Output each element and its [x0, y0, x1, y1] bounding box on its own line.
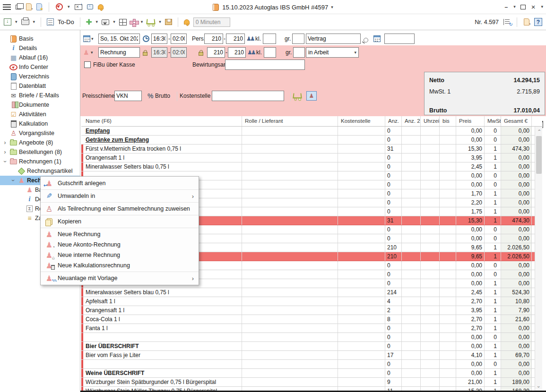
sidebar-item[interactable]: Bestellungen (8) [0, 147, 80, 157]
document-clock-icon[interactable]: ◔ [524, 18, 529, 26]
cart-button[interactable] [146, 19, 155, 24]
people-icon[interactable]: ♟♟ [247, 47, 255, 58]
sidebar-item[interactable]: Briefe / E-Mails [0, 91, 80, 100]
sidebar-item[interactable]: Rechnungsartikel [0, 166, 80, 176]
table-row[interactable]: 0 0,00 0 0,00 [81, 360, 535, 369]
record-type-button[interactable]: ▾ [83, 47, 93, 58]
col-gesamt[interactable]: Gesamt € [501, 116, 532, 126]
col-preis[interactable]: Preis [456, 116, 485, 126]
table-row[interactable]: Bier ÜBERSCHRIFT 0 0,00 1 0,00 [81, 342, 535, 351]
pers-from-input[interactable] [204, 34, 223, 44]
context-menu-item[interactable]: Neue Kalkulationsrechnung [41, 260, 199, 271]
status-pers-from[interactable] [207, 47, 225, 58]
col-name[interactable]: Name (F6) [81, 116, 242, 126]
status-gr-input[interactable] [293, 47, 305, 58]
sidebar-item[interactable]: Datenblatt [0, 81, 80, 91]
info-center-icon[interactable] [56, 3, 63, 10]
context-menu-item[interactable]: Umwandeln in [41, 191, 199, 203]
menu-icon[interactable] [3, 4, 11, 10]
context-menu-item[interactable]: Neue Akonto-Rechnung [41, 239, 199, 250]
context-menu-item[interactable]: Neuanlage mit Vorlage [41, 272, 199, 283]
table-row[interactable]: Orangensaft 1 l 2 3,95 1 7,90 [81, 306, 535, 315]
cart-icon[interactable] [293, 91, 302, 101]
col-rolle[interactable]: Rolle / Lieferant [242, 116, 338, 126]
close-chevron-icon[interactable]: ▾ [541, 5, 543, 9]
comments-button[interactable] [102, 19, 109, 25]
bell-icon[interactable] [98, 4, 104, 9]
tree-chevron-icon[interactable] [2, 149, 8, 155]
vertrag-input[interactable] [306, 34, 361, 44]
scroll-down-icon[interactable] [535, 383, 543, 391]
context-menu-item[interactable]: Als Teilrechnung einer Sammelrechnung zu… [41, 204, 199, 215]
print-chevron-icon[interactable]: ▾ [33, 20, 35, 24]
sidebar-item[interactable]: Aktivitäten [0, 110, 80, 119]
table-row[interactable]: Weine ÜBERSCHRIFT 0 0,00 1 0,00 [81, 369, 535, 378]
col-anz2[interactable]: Anz. 2 [402, 116, 421, 126]
people-icon[interactable]: ♟♟ [246, 34, 254, 44]
scrollbar-thumb[interactable] [536, 136, 542, 174]
minimize-chevron-icon[interactable]: ▾ [513, 5, 516, 9]
import-chevron-icon[interactable]: ▾ [15, 20, 17, 24]
sidebar-item[interactable]: Vorgangsliste [0, 128, 80, 138]
fibu-checkbox-label[interactable]: FiBu über Kasse [84, 60, 135, 70]
sidebar-item[interactable]: Dokumente [0, 100, 80, 110]
status-kl-input[interactable] [264, 47, 276, 58]
add-button[interactable]: + [86, 17, 92, 27]
brutto-toggle-label[interactable]: Brutto [155, 91, 170, 101]
table-row[interactable]: 0 0,00 0 0,00 [81, 333, 535, 342]
date-input[interactable] [98, 34, 140, 44]
calendar-button[interactable]: ▾ [83, 34, 94, 44]
history-icon[interactable] [503, 19, 510, 25]
scroll-up-icon[interactable] [535, 127, 543, 134]
minutes-input[interactable] [193, 17, 230, 27]
record-type-input[interactable] [98, 47, 140, 58]
comments-chevron-icon[interactable]: ▾ [113, 20, 115, 24]
document-star-icon[interactable]: ★ [36, 3, 42, 10]
table-row[interactable]: Fanta 1 l 0 2,70 1 0,00 [81, 324, 535, 333]
sidebar-item[interactable]: Ablauf (16) [0, 53, 80, 62]
layout-split-button[interactable] [119, 19, 127, 26]
percent-icon[interactable]: % [147, 91, 153, 101]
window-copy-icon[interactable] [16, 5, 21, 9]
col-bis[interactable]: bis [440, 116, 456, 126]
workflow-nodes-button[interactable] [130, 19, 137, 26]
document-clock-icon[interactable]: ◔ [26, 3, 32, 10]
person-briefcase-toggle[interactable]: ♟ [306, 91, 317, 101]
sidebar-item[interactable]: Kalkulation [0, 119, 80, 128]
table-row[interactable]: Orangensaft 1 l 0 3,95 1 0,00 [81, 153, 535, 162]
context-menu-item[interactable]: Neue Rechnung [41, 229, 199, 239]
table-row[interactable]: Getränke zum Empfang 0 0,00 0 0,00 [81, 136, 535, 145]
table-row[interactable]: Fürst v.Metternich Extra trocken 0,75 l … [81, 145, 535, 153]
cart-chevron-icon[interactable]: ▾ [159, 20, 161, 24]
table-row[interactable]: Bier vom Fass je Liter 17 4,10 1 69,70 [81, 351, 535, 360]
print-button[interactable] [21, 19, 29, 25]
todo-label[interactable]: To-Do [58, 18, 74, 26]
kl-input[interactable] [263, 34, 276, 44]
reminder-bell-icon[interactable] [184, 19, 190, 25]
sidebar-item[interactable]: Info Center [0, 62, 80, 72]
table-row[interactable]: Apfelsaft 1 l 4 2,70 1 10,80 [81, 297, 535, 306]
table-scrollbar[interactable] [535, 127, 542, 392]
todo-icon[interactable] [47, 18, 54, 26]
table-row[interactable]: Würzburger Stein Spätburgunder 0,75 l Bü… [81, 378, 535, 387]
context-menu-item[interactable]: Neue interne Rechnung [41, 250, 199, 260]
tree-chevron-icon[interactable] [2, 158, 8, 165]
sidebar-item[interactable]: Details [0, 43, 80, 53]
col-uhrzeit[interactable]: Uhrzeit [421, 116, 440, 126]
chevron-down-icon[interactable]: ▾ [68, 5, 70, 9]
calendar-icon-2[interactable] [373, 34, 381, 44]
tree-chevron-icon[interactable] [10, 177, 16, 184]
context-menu-item[interactable]: Gutschrift anlegen [41, 178, 199, 190]
time-to-input[interactable] [171, 34, 187, 44]
search-icon[interactable] [364, 34, 368, 44]
col-anz[interactable]: Anz. [385, 116, 402, 126]
sidebar-item[interactable]: Rechnungen (1) [0, 157, 80, 166]
kostenstelle-input[interactable] [212, 91, 284, 101]
col-mwst[interactable]: MwSt. [485, 116, 501, 126]
help-button[interactable]: ? [534, 18, 542, 26]
gr-input[interactable] [292, 34, 304, 44]
sidebar-item[interactable]: Angebote (8) [0, 138, 80, 147]
table-row[interactable]: Coca-Cola 1 l 8 2,70 1 21,60 [81, 315, 535, 324]
time-from-input[interactable] [151, 34, 167, 44]
fibu-checkbox[interactable] [84, 61, 91, 68]
